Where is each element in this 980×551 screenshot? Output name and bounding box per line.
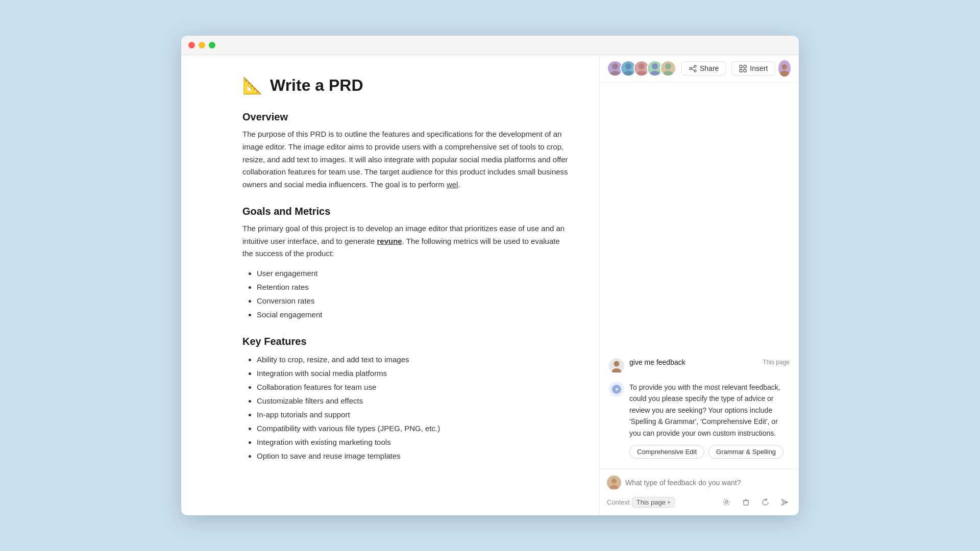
user-message-text: give me feedback (629, 358, 685, 366)
settings-icon (722, 498, 730, 506)
list-item: Customizable filters and effects (257, 394, 569, 408)
svg-line-14 (692, 69, 694, 70)
user-message-avatar (609, 358, 624, 373)
page-title: Write a PRD (270, 76, 363, 95)
ai-message-text: To provide you with the most relevant fe… (629, 382, 790, 439)
document-title-row: 📐 Write a PRD (242, 76, 569, 95)
avatar-group (607, 60, 676, 77)
svg-point-26 (610, 485, 618, 489)
refresh-icon-button[interactable] (758, 495, 772, 509)
chat-messages: give me feedback This page ✦ To provide … (600, 82, 799, 469)
section-heading-overview: Overview (242, 111, 569, 123)
svg-point-21 (614, 361, 620, 367)
user-message: give me feedback This page (609, 358, 790, 373)
svg-point-25 (611, 479, 617, 484)
title-bar (181, 36, 799, 55)
doc-toolbar: Share Insert (600, 55, 799, 82)
svg-point-5 (636, 71, 647, 76)
highlighted-word: wel (447, 180, 458, 189)
list-item: Integration with social media platforms (257, 366, 569, 380)
features-bullets: Ability to crop, resize, and add text to… (242, 353, 569, 463)
message-context-tag: This page (763, 358, 790, 366)
svg-line-13 (692, 67, 694, 68)
svg-point-11 (690, 67, 692, 69)
svg-point-1 (610, 71, 620, 76)
svg-rect-28 (744, 500, 748, 505)
list-item: Compatibility with various file types (J… (257, 421, 569, 435)
svg-point-10 (694, 65, 696, 67)
action-buttons: Comprehensive Edit Grammar & Spelling (629, 445, 790, 459)
list-item: Retention rates (257, 280, 569, 294)
svg-point-8 (665, 63, 671, 69)
svg-rect-16 (744, 65, 746, 68)
insert-button[interactable]: Insert (731, 61, 775, 76)
list-item: Option to save and reuse image templates (257, 449, 569, 463)
ai-message: ✦ To provide you with the most relevant … (609, 382, 790, 459)
settings-icon-button[interactable] (719, 495, 733, 509)
share-label: Share (700, 64, 719, 72)
current-user-avatar (777, 59, 792, 78)
svg-text:✦: ✦ (615, 386, 619, 392)
context-selector: Context This page ▾ (607, 497, 675, 508)
section-heading-features: Key Features (242, 336, 569, 347)
avatar (660, 60, 676, 77)
goals-paragraph: The primary goal of this project is to d… (242, 222, 569, 260)
svg-point-6 (652, 63, 658, 69)
document-emoji: 📐 (242, 76, 263, 95)
svg-point-0 (612, 63, 618, 69)
list-item: Collaboration features for team use (257, 380, 569, 394)
delete-icon-button[interactable] (739, 495, 753, 509)
context-label: Context (607, 498, 630, 506)
context-value-text: This page (636, 498, 666, 506)
svg-rect-17 (740, 69, 742, 72)
svg-point-4 (639, 63, 645, 69)
share-button[interactable]: Share (681, 61, 726, 76)
svg-point-19 (782, 64, 787, 69)
chat-input-area: Context This page ▾ (600, 469, 799, 515)
trash-icon (742, 498, 750, 506)
goals-bullets: User engagement Retention rates Conversi… (242, 266, 569, 321)
comprehensive-edit-button[interactable]: Comprehensive Edit (629, 445, 704, 459)
insert-icon (739, 65, 747, 72)
user-message-content: give me feedback This page (629, 358, 790, 366)
list-item: In-app tutorials and support (257, 408, 569, 421)
insert-label: Insert (750, 64, 768, 72)
close-button[interactable] (188, 42, 195, 48)
chat-toolbar-row: Context This page ▾ (607, 495, 792, 509)
svg-point-9 (663, 71, 673, 76)
refresh-icon (762, 498, 769, 506)
traffic-lights (188, 42, 215, 48)
bold-word: revune (377, 237, 402, 245)
svg-point-20 (780, 70, 789, 77)
chat-actions (719, 495, 792, 509)
chat-input-user-avatar (607, 475, 621, 490)
message-row: give me feedback This page (629, 358, 790, 366)
ai-panel: Share Insert (600, 55, 799, 515)
list-item: Conversion rates (257, 294, 569, 308)
chat-input-row (607, 475, 792, 490)
list-item: Ability to crop, resize, and add text to… (257, 353, 569, 366)
overview-paragraph: The purpose of this PRD is to outline th… (242, 128, 569, 191)
app-content: 📐 Write a PRD Overview The purpose of th… (181, 55, 799, 515)
ai-message-content: To provide you with the most relevant fe… (629, 382, 790, 459)
document-area: 📐 Write a PRD Overview The purpose of th… (181, 55, 600, 515)
list-item: User engagement (257, 266, 569, 280)
svg-point-3 (623, 71, 633, 76)
chevron-down-icon: ▾ (668, 499, 670, 505)
list-item: Social engagement (257, 308, 569, 321)
section-heading-goals: Goals and Metrics (242, 206, 569, 217)
maximize-button[interactable] (209, 42, 215, 48)
minimize-button[interactable] (199, 42, 205, 48)
ai-message-avatar: ✦ (609, 382, 624, 397)
chat-input[interactable] (625, 479, 792, 487)
send-button[interactable] (777, 495, 792, 509)
svg-rect-15 (740, 65, 742, 68)
svg-point-2 (625, 63, 631, 69)
app-window: 📐 Write a PRD Overview The purpose of th… (181, 36, 799, 515)
list-item: Integration with existing marketing tool… (257, 435, 569, 449)
svg-rect-18 (744, 69, 746, 72)
context-value-button[interactable]: This page ▾ (632, 497, 675, 508)
send-icon (781, 498, 789, 506)
svg-point-22 (612, 368, 621, 372)
grammar-spelling-button[interactable]: Grammar & Spelling (708, 445, 783, 459)
